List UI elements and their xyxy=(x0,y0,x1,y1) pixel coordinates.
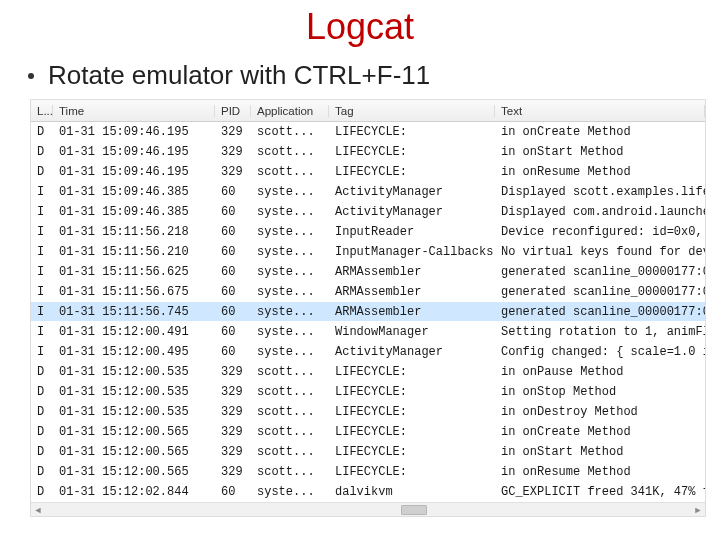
log-row[interactable]: D01-31 15:12:00.535329scott...LIFECYCLE:… xyxy=(31,382,705,402)
log-row[interactable]: I01-31 15:12:00.49560syste...ActivityMan… xyxy=(31,342,705,362)
cell-time: 01-31 15:09:46.195 xyxy=(53,165,215,179)
cell-time: 01-31 15:12:00.495 xyxy=(53,345,215,359)
log-row[interactable]: I01-31 15:11:56.67560syste...ARMAssemble… xyxy=(31,282,705,302)
log-row[interactable]: D01-31 15:12:00.565329scott...LIFECYCLE:… xyxy=(31,462,705,482)
log-row[interactable]: I01-31 15:09:46.38560syste...ActivityMan… xyxy=(31,202,705,222)
header-app[interactable]: Application xyxy=(251,105,329,117)
cell-text: generated scanline_00000177:035 xyxy=(495,285,705,299)
cell-text: generated scanline_00000177:035 xyxy=(495,265,705,279)
cell-pid: 329 xyxy=(215,445,251,459)
cell-app: scott... xyxy=(251,365,329,379)
cell-text: in onCreate Method xyxy=(495,425,705,439)
cell-time: 01-31 15:09:46.385 xyxy=(53,185,215,199)
cell-level: I xyxy=(31,185,53,199)
cell-app: syste... xyxy=(251,245,329,259)
cell-text: generated scanline_00000177:035 xyxy=(495,305,705,319)
cell-pid: 60 xyxy=(215,245,251,259)
cell-time: 01-31 15:12:00.565 xyxy=(53,445,215,459)
cell-app: scott... xyxy=(251,445,329,459)
cell-pid: 60 xyxy=(215,285,251,299)
cell-pid: 329 xyxy=(215,145,251,159)
cell-app: scott... xyxy=(251,425,329,439)
cell-text: in onDestroy Method xyxy=(495,405,705,419)
cell-tag: dalvikvm xyxy=(329,485,495,499)
cell-time: 01-31 15:11:56.745 xyxy=(53,305,215,319)
cell-app: scott... xyxy=(251,125,329,139)
cell-time: 01-31 15:09:46.195 xyxy=(53,145,215,159)
log-row[interactable]: I01-31 15:09:46.38560syste...ActivityMan… xyxy=(31,182,705,202)
scroll-thumb[interactable] xyxy=(401,505,427,515)
cell-tag: ActivityManager xyxy=(329,345,495,359)
cell-text: in onStop Method xyxy=(495,385,705,399)
log-row[interactable]: D01-31 15:12:02.84460syste...dalvikvmGC_… xyxy=(31,482,705,502)
cell-time: 01-31 15:12:00.565 xyxy=(53,465,215,479)
cell-app: syste... xyxy=(251,185,329,199)
log-row[interactable]: D01-31 15:12:00.535329scott...LIFECYCLE:… xyxy=(31,362,705,382)
cell-time: 01-31 15:12:00.491 xyxy=(53,325,215,339)
log-row[interactable]: D01-31 15:09:46.195329scott...LIFECYCLE:… xyxy=(31,142,705,162)
cell-app: syste... xyxy=(251,285,329,299)
cell-level: I xyxy=(31,265,53,279)
cell-pid: 60 xyxy=(215,305,251,319)
scroll-right-icon[interactable]: ► xyxy=(691,503,705,516)
cell-text: in onResume Method xyxy=(495,465,705,479)
cell-pid: 329 xyxy=(215,365,251,379)
cell-tag: ActivityManager xyxy=(329,185,495,199)
cell-tag: LIFECYCLE: xyxy=(329,165,495,179)
cell-level: I xyxy=(31,205,53,219)
cell-pid: 329 xyxy=(215,405,251,419)
cell-time: 01-31 15:11:56.210 xyxy=(53,245,215,259)
log-row[interactable]: D01-31 15:09:46.195329scott...LIFECYCLE:… xyxy=(31,162,705,182)
cell-tag: LIFECYCLE: xyxy=(329,125,495,139)
cell-tag: LIFECYCLE: xyxy=(329,365,495,379)
header-level[interactable]: L... xyxy=(31,105,53,117)
cell-level: I xyxy=(31,225,53,239)
cell-text: in onCreate Method xyxy=(495,125,705,139)
log-row[interactable]: I01-31 15:11:56.21060syste...InputManage… xyxy=(31,242,705,262)
cell-tag: LIFECYCLE: xyxy=(329,145,495,159)
cell-pid: 60 xyxy=(215,345,251,359)
cell-time: 01-31 15:11:56.675 xyxy=(53,285,215,299)
cell-level: D xyxy=(31,465,53,479)
cell-pid: 329 xyxy=(215,465,251,479)
header-pid[interactable]: PID xyxy=(215,105,251,117)
header-tag[interactable]: Tag xyxy=(329,105,495,117)
cell-text: in onResume Method xyxy=(495,165,705,179)
scroll-left-icon[interactable]: ◄ xyxy=(31,503,45,516)
cell-pid: 60 xyxy=(215,485,251,499)
cell-pid: 329 xyxy=(215,425,251,439)
cell-tag: ARMAssembler xyxy=(329,265,495,279)
log-row[interactable]: I01-31 15:11:56.74560syste...ARMAssemble… xyxy=(31,302,705,322)
log-row[interactable]: D01-31 15:12:00.565329scott...LIFECYCLE:… xyxy=(31,422,705,442)
cell-level: D xyxy=(31,485,53,499)
log-row[interactable]: I01-31 15:11:56.21860syste...InputReader… xyxy=(31,222,705,242)
cell-pid: 60 xyxy=(215,185,251,199)
cell-tag: WindowManager xyxy=(329,325,495,339)
cell-time: 01-31 15:12:00.535 xyxy=(53,385,215,399)
cell-text: in onStart Method xyxy=(495,445,705,459)
cell-time: 01-31 15:11:56.625 xyxy=(53,265,215,279)
log-row[interactable]: I01-31 15:11:56.62560syste...ARMAssemble… xyxy=(31,262,705,282)
cell-tag: ActivityManager xyxy=(329,205,495,219)
cell-pid: 329 xyxy=(215,385,251,399)
bullet-text: Rotate emulator with CTRL+F-11 xyxy=(48,60,430,91)
log-row[interactable]: D01-31 15:09:46.195329scott...LIFECYCLE:… xyxy=(31,122,705,142)
cell-app: scott... xyxy=(251,165,329,179)
log-row[interactable]: D01-31 15:12:00.565329scott...LIFECYCLE:… xyxy=(31,442,705,462)
cell-level: D xyxy=(31,365,53,379)
cell-time: 01-31 15:09:46.385 xyxy=(53,205,215,219)
cell-level: I xyxy=(31,245,53,259)
cell-time: 01-31 15:12:00.535 xyxy=(53,405,215,419)
cell-level: D xyxy=(31,165,53,179)
log-row[interactable]: D01-31 15:12:00.535329scott...LIFECYCLE:… xyxy=(31,402,705,422)
bullet-icon xyxy=(28,73,34,79)
cell-tag: InputReader xyxy=(329,225,495,239)
cell-tag: LIFECYCLE: xyxy=(329,425,495,439)
cell-app: syste... xyxy=(251,205,329,219)
log-row[interactable]: I01-31 15:12:00.49160syste...WindowManag… xyxy=(31,322,705,342)
horizontal-scrollbar[interactable]: ◄ ► xyxy=(31,502,705,516)
cell-time: 01-31 15:12:00.565 xyxy=(53,425,215,439)
header-time[interactable]: Time xyxy=(53,105,215,117)
header-text[interactable]: Text xyxy=(495,105,705,117)
cell-tag: LIFECYCLE: xyxy=(329,385,495,399)
